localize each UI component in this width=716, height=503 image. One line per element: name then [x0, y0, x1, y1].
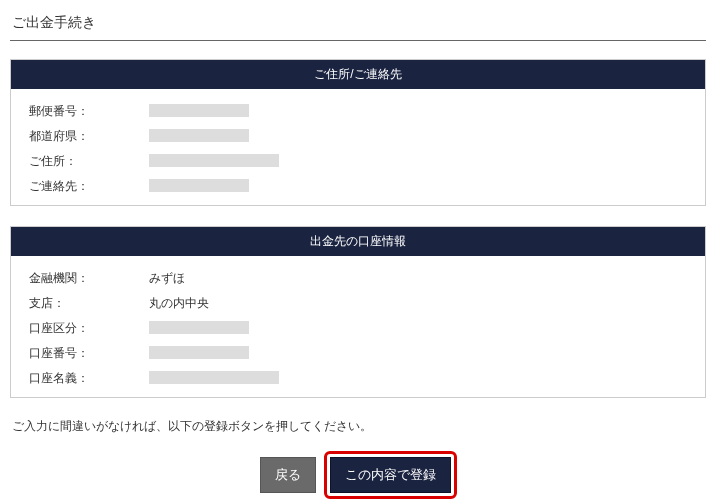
row-address: ご住所：	[29, 149, 687, 174]
value-branch: 丸の内中央	[149, 295, 209, 312]
back-button[interactable]: 戻る	[260, 457, 316, 493]
value-account-number	[149, 346, 249, 362]
value-prefecture	[149, 129, 249, 145]
button-row: 戻る この内容で登録	[10, 451, 706, 503]
address-contact-body: 郵便番号： 都道府県： ご住所： ご連絡先：	[11, 89, 705, 205]
address-contact-section: ご住所/ご連絡先 郵便番号： 都道府県： ご住所： ご連絡先：	[10, 59, 706, 206]
row-account-name: 口座名義：	[29, 366, 687, 391]
label-branch: 支店：	[29, 295, 149, 312]
bank-account-body: 金融機関： みずほ 支店： 丸の内中央 口座区分： 口座番号： 口座名義：	[11, 256, 705, 397]
row-postal-code: 郵便番号：	[29, 99, 687, 124]
bank-account-section: 出金先の口座情報 金融機関： みずほ 支店： 丸の内中央 口座区分： 口座番号：…	[10, 226, 706, 398]
value-account-name	[149, 371, 279, 387]
page-title: ご出金手続き	[10, 8, 706, 41]
value-account-type	[149, 321, 249, 337]
value-contact	[149, 179, 249, 195]
row-contact: ご連絡先：	[29, 174, 687, 199]
value-bank: みずほ	[149, 270, 185, 287]
submit-button-highlight: この内容で登録	[324, 451, 457, 499]
label-contact: ご連絡先：	[29, 178, 149, 195]
label-address: ご住所：	[29, 153, 149, 170]
value-address	[149, 154, 279, 170]
submit-button[interactable]: この内容で登録	[330, 457, 451, 493]
instruction-text: ご入力に間違いがなければ、以下の登録ボタンを押してください。	[12, 418, 706, 435]
row-prefecture: 都道府県：	[29, 124, 687, 149]
label-prefecture: 都道府県：	[29, 128, 149, 145]
label-account-name: 口座名義：	[29, 370, 149, 387]
address-contact-header: ご住所/ご連絡先	[11, 60, 705, 89]
row-account-number: 口座番号：	[29, 341, 687, 366]
value-postal-code	[149, 104, 249, 120]
label-bank: 金融機関：	[29, 270, 149, 287]
label-account-type: 口座区分：	[29, 320, 149, 337]
row-branch: 支店： 丸の内中央	[29, 291, 687, 316]
label-postal-code: 郵便番号：	[29, 103, 149, 120]
row-bank: 金融機関： みずほ	[29, 266, 687, 291]
label-account-number: 口座番号：	[29, 345, 149, 362]
bank-account-header: 出金先の口座情報	[11, 227, 705, 256]
row-account-type: 口座区分：	[29, 316, 687, 341]
